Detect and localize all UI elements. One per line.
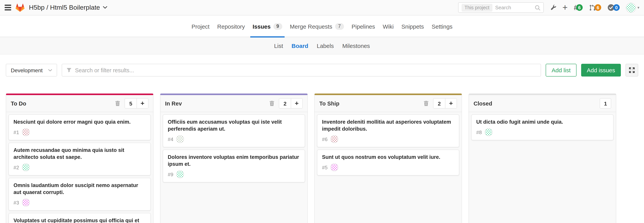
top-navbar: H5bp / Html5 Boilerplate This project + … xyxy=(0,0,644,16)
issue-id: #8 xyxy=(476,129,482,135)
add-issues-button[interactable]: Add issues xyxy=(581,64,621,76)
tab-issues-label: Issues xyxy=(252,23,270,30)
issue-card[interactable]: Omnis laudantium dolor suscipit nemo asp… xyxy=(8,178,151,211)
tab-settings[interactable]: Settings xyxy=(432,16,452,37)
todos-button[interactable]: 0 xyxy=(607,4,620,11)
delete-list-button[interactable] xyxy=(115,100,120,106)
issue-card[interactable]: Autem recusandae quo minima quia iusto s… xyxy=(8,143,151,175)
tab-repository[interactable]: Repository xyxy=(217,16,245,37)
milestone-dropdown-label: Development xyxy=(11,67,42,73)
add-list-button[interactable]: Add list xyxy=(546,64,576,76)
issue-count: 2 xyxy=(279,98,291,108)
issue-title: Dolores inventore voluptas enim temporib… xyxy=(168,154,300,168)
trash-icon xyxy=(269,100,274,106)
issue-id: #5 xyxy=(322,164,328,170)
assigned-issues-button[interactable]: # 6 xyxy=(574,4,583,11)
issues-count-badge: 6 xyxy=(576,4,583,11)
column-title: In Rev xyxy=(165,100,182,106)
card-list: Nesciunt qui dolore error magni quo quia… xyxy=(6,112,153,223)
chevron-down-icon xyxy=(103,6,108,9)
user-menu[interactable]: ▾ xyxy=(626,3,639,13)
issue-title: Ut dicta odio fugit animi unde quia. xyxy=(476,119,608,126)
tab-merge-requests-label: Merge Requests xyxy=(290,23,332,30)
fullscreen-button[interactable] xyxy=(626,64,638,76)
hamburger-menu-icon[interactable] xyxy=(5,5,11,10)
project-title: H5bp / Html5 Boilerplate xyxy=(29,4,100,12)
card-list: Inventore deleniti mollitia aut asperior… xyxy=(315,112,462,178)
add-issue-to-list-button[interactable]: + xyxy=(136,98,148,108)
column-count-control: 2 + xyxy=(279,98,303,108)
assignee-avatar[interactable] xyxy=(22,163,30,171)
tab-issues[interactable]: Issues 9 xyxy=(252,16,282,37)
project-switcher[interactable]: H5bp / Html5 Boilerplate xyxy=(29,4,108,12)
column-title: To Do xyxy=(11,100,26,106)
issue-card[interactable]: Officiis eum accusamus voluptas qui iste… xyxy=(163,115,305,147)
user-avatar xyxy=(626,3,636,13)
board-search-input[interactable] xyxy=(75,67,536,73)
add-issue-to-list-button[interactable]: + xyxy=(291,98,302,108)
gitlab-logo-icon[interactable] xyxy=(16,3,25,12)
tab-merge-requests[interactable]: Merge Requests 7 xyxy=(290,16,344,37)
assignee-avatar[interactable] xyxy=(331,135,338,143)
assignee-avatar[interactable] xyxy=(331,163,338,171)
merge-requests-button[interactable]: 6 xyxy=(589,4,601,11)
issue-card[interactable]: Ut dicta odio fugit animi unde quia. #8 xyxy=(471,115,614,140)
assignee-avatar[interactable] xyxy=(22,128,30,136)
chevron-down-icon xyxy=(48,69,52,71)
issue-id: #3 xyxy=(14,200,19,206)
merge-requests-tab-badge: 7 xyxy=(335,23,344,30)
subnav-milestones[interactable]: Milestones xyxy=(342,42,370,49)
filter-funnel-icon xyxy=(66,68,72,73)
subnav-board[interactable]: Board xyxy=(292,42,308,49)
merge-requests-count-badge: 6 xyxy=(595,4,601,11)
trash-icon xyxy=(424,100,429,106)
issue-id: #6 xyxy=(322,136,328,142)
project-nav: Project Repository Issues 9 Merge Reques… xyxy=(0,16,644,37)
delete-list-button[interactable] xyxy=(424,100,429,106)
assignee-avatar[interactable] xyxy=(22,199,30,206)
issue-count: 5 xyxy=(125,98,136,108)
search-input[interactable] xyxy=(495,5,532,11)
card-list: Ut dicta odio fugit animi unde quia. #8 xyxy=(469,112,616,143)
board-column-todo: To Do 5 + Nesciunt qui dolore error magn… xyxy=(6,93,154,223)
issue-card[interactable]: Sunt ut quos nostrum eos voluptatum veli… xyxy=(317,150,459,175)
column-title: To Ship xyxy=(319,100,339,106)
board-column-to-ship: To Ship 2 + Inventore deleniti mollitia … xyxy=(314,93,462,223)
issue-card[interactable]: Voluptates ut cupiditate possimus qui of… xyxy=(8,213,151,223)
tab-snippets[interactable]: Snippets xyxy=(402,16,424,37)
board-column-in-rev: In Rev 2 + Officiis eum accusamus volupt… xyxy=(160,93,308,223)
search-scope-chip: This project xyxy=(462,4,492,12)
issue-card[interactable]: Inventore deleniti mollitia aut asperior… xyxy=(317,115,459,147)
todos-count-badge: 0 xyxy=(613,4,620,11)
search-icon xyxy=(535,5,540,10)
plus-icon: + xyxy=(562,3,568,12)
issue-title: Omnis laudantium dolor suscipit nemo asp… xyxy=(14,182,146,196)
issue-id: #1 xyxy=(14,129,19,135)
add-issue-to-list-button[interactable]: + xyxy=(445,98,456,108)
assignee-avatar[interactable] xyxy=(176,135,184,143)
global-search[interactable]: This project xyxy=(458,2,544,13)
subnav-labels[interactable]: Labels xyxy=(317,42,334,49)
tab-pipelines[interactable]: Pipelines xyxy=(352,16,375,37)
wrench-icon xyxy=(550,4,556,11)
issue-card[interactable]: Dolores inventore voluptas enim temporib… xyxy=(163,150,305,182)
assignee-avatar[interactable] xyxy=(485,128,493,136)
tab-wiki[interactable]: Wiki xyxy=(383,16,394,37)
issue-count: 2 xyxy=(434,98,445,108)
subnav-list[interactable]: List xyxy=(274,42,283,49)
issue-id: #2 xyxy=(14,164,19,170)
caret-down-icon: ▾ xyxy=(638,6,639,10)
board-search[interactable] xyxy=(62,64,541,76)
issue-title: Voluptates ut cupiditate possimus qui of… xyxy=(14,217,146,223)
column-title: Closed xyxy=(474,100,492,106)
issue-count: 1 xyxy=(600,98,611,108)
issue-card[interactable]: Nesciunt qui dolore error magni quo quia… xyxy=(8,115,151,140)
delete-list-button[interactable] xyxy=(269,100,274,106)
milestone-dropdown[interactable]: Development xyxy=(6,64,57,76)
issues-tab-badge: 9 xyxy=(273,23,282,30)
admin-wrench-button[interactable] xyxy=(550,4,556,11)
board-filter-bar: Development Add list Add issues xyxy=(0,54,644,76)
tab-project[interactable]: Project xyxy=(192,16,210,37)
assignee-avatar[interactable] xyxy=(176,171,184,178)
new-menu-button[interactable]: + xyxy=(562,3,568,12)
